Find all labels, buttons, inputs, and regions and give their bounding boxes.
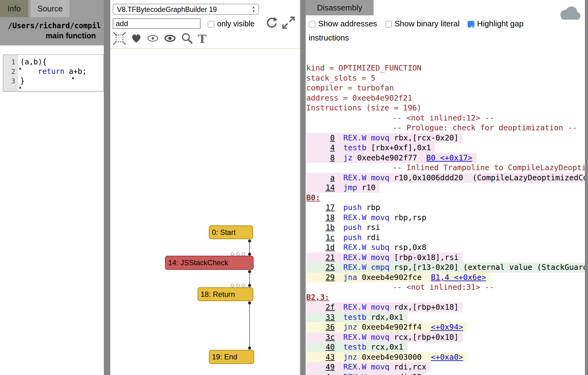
instruction-mnemonic: REX.W movq — [343, 253, 394, 262]
instruction-operands: r10,0x1006ddd20 (CompileLazyDeoptimizedC… — [394, 173, 585, 182]
jump-target-link[interactable]: <+0x94> — [431, 323, 463, 331]
instruction-offset-link[interactable]: 43 — [306, 352, 335, 362]
show-addresses-checkbox[interactable] — [309, 21, 315, 28]
zoom-selection-icon[interactable] — [181, 32, 194, 46]
instruction-mnemonic: jnz — [343, 353, 362, 362]
tab-source[interactable]: Source — [31, 0, 70, 17]
graph-node-return[interactable]: 18: Return — [198, 287, 253, 301]
instruction-operands: 0xeeb4e902fce — [362, 273, 422, 282]
expand-graph-icon[interactable] — [281, 15, 296, 32]
jump-target-link[interactable]: B0 <+0x17> — [426, 153, 473, 162]
source-line[interactable]: return a+b;▲ — [20, 67, 104, 76]
only-visible-option[interactable]: only visible — [208, 19, 254, 28]
instruction-mnemonic: REX.W movq — [343, 362, 394, 371]
graph-node-jsstackcheck[interactable]: 14: JSStackCheck — [165, 256, 254, 270]
metadata-text: kind = OPTIMIZED_FUNCTION — [306, 63, 421, 72]
source-segment: } — [20, 77, 24, 85]
instruction-offset-link[interactable]: 4c — [306, 372, 335, 375]
source-code-view: 123 (a,b){▲ return a+b;▲}▲ — [3, 55, 104, 91]
highlight-gap-instructions-checkbox[interactable] — [468, 21, 474, 28]
instruction-offset-link[interactable]: 40 — [306, 342, 335, 352]
block-label-link[interactable]: B0: — [306, 193, 320, 202]
instruction-operands: r10 — [362, 183, 375, 192]
instruction-offset-link[interactable]: 21 — [306, 253, 335, 263]
tab-disassembly[interactable]: Disassembly — [306, 0, 374, 15]
instruction-offset-link[interactable]: 3c — [306, 332, 335, 342]
disasm-line-instr: 25REX.W cmpq rsp,[r13-0x20] (external va… — [306, 262, 585, 273]
instruction-offset-link[interactable]: 14 — [306, 183, 335, 193]
instruction-operands: rsp,[r13-0x20] (external value (StackGua… — [394, 263, 585, 272]
phase-select[interactable]: V8.TFBytecodeGraphBuilder 19 ▲▼ — [113, 4, 259, 15]
instruction-offset-link[interactable]: 1c — [306, 233, 335, 243]
block-label-link[interactable]: B2,3: — [306, 293, 329, 302]
instruction-offset-link[interactable]: 25 — [306, 262, 335, 273]
disasm-line-meta: compiler = turbofan — [306, 83, 585, 93]
instruction-operands: rdi — [366, 233, 380, 242]
layout-graph-icon[interactable] — [113, 32, 126, 46]
comment-text: -- <not inlined:12> -- — [393, 113, 494, 122]
node-search-input[interactable] — [113, 18, 201, 29]
disasm-line-instr: 1cpush rdi — [306, 233, 585, 243]
hide-unselected-eye-icon[interactable] — [146, 32, 159, 46]
show-all-heart-icon[interactable] — [130, 33, 142, 45]
instruction-mnemonic: push — [343, 223, 366, 232]
line-number: 2 — [3, 67, 17, 76]
instruction-mnemonic: jmp — [343, 183, 362, 192]
graph-node-end[interactable]: 19: End — [209, 350, 254, 364]
tab-info[interactable]: Info — [0, 0, 28, 17]
instruction-offset-link[interactable]: 0 — [306, 133, 335, 143]
instruction-offset-link[interactable]: 49 — [306, 362, 335, 372]
phase-select-value: V8.TFBytecodeGraphBuilder 19 — [117, 6, 217, 13]
hide-selected-eye-icon[interactable] — [164, 32, 176, 46]
jump-target-link[interactable]: B1,4 <+0x6e> — [431, 273, 486, 282]
disasm-line-instr: 36jnz 0xeeb4e902ff4<+0x94> — [306, 322, 585, 332]
disassembly-options: Show addressesShow binary literalHighlig… — [309, 17, 560, 45]
disassembly-content: kind = OPTIMIZED_FUNCTIONstack_slots = 5… — [306, 63, 585, 375]
disasm-line-meta: stack_slots = 5 — [306, 73, 585, 83]
instruction-highlight: 2fREX.W movq rdx,[rbp+0x18] — [306, 302, 463, 312]
instruction-offset-link[interactable]: 36 — [306, 322, 335, 332]
instruction-offset-link[interactable]: 33 — [306, 312, 335, 323]
instruction-highlight: 40testb rcx,0x1 — [306, 342, 408, 352]
instruction-highlight: 36jnz 0xeeb4e902ff4<+0x94> — [306, 322, 467, 332]
graph-toolbar: V8.TFBytecodeGraphBuilder 19 ▲▼ only vis… — [110, 0, 300, 49]
instruction-offset-link[interactable]: 17 — [306, 203, 335, 213]
instruction-offset-link[interactable]: 18 — [306, 213, 335, 223]
instruction-offset-link[interactable]: 1b — [306, 223, 335, 233]
jump-target-link[interactable]: <+0xa0> — [431, 353, 463, 362]
instruction-offset-link[interactable]: 29 — [306, 273, 335, 283]
metadata-text: compiler = turbofan — [306, 83, 394, 92]
instruction-offset-link[interactable]: a — [306, 173, 335, 183]
instruction-highlight: 49REX.W movq rdi,rcx — [306, 362, 431, 372]
source-info-header: /Users/richard/compil main function — [0, 17, 104, 45]
instruction-offset-link[interactable]: 8 — [306, 153, 335, 163]
disasm-line-instr: 49REX.W movq rdi,rcx — [306, 362, 585, 372]
instruction-mnemonic: REX.W movq — [343, 333, 394, 342]
instruction-operands: 0xeeb4e903000 — [362, 353, 422, 362]
show-binary-literal-label: Show binary literal — [394, 19, 459, 28]
disasm-line-instr: 18REX.W movq rbp,rsp — [306, 213, 585, 223]
relayout-refresh-icon[interactable] — [265, 16, 279, 31]
instruction-operands: rcx,0x1 — [371, 342, 403, 351]
source-segment: a+b; — [65, 67, 87, 76]
disasm-line-label: B2,3: — [306, 293, 585, 303]
source-segment: return — [38, 67, 65, 76]
instruction-offset-link[interactable]: 4 — [306, 143, 335, 153]
expand-marker-icon[interactable]: ▲ — [19, 85, 21, 89]
disasm-line-instr: 33testb rdx,0x1 — [306, 312, 585, 323]
graph-icons-row: T — [113, 32, 206, 46]
instruction-operands: rbx,[rcx-0x20] — [394, 133, 459, 142]
show-addresses-label: Show addresses — [318, 19, 377, 28]
instruction-mnemonic: REX.W cmpq — [343, 263, 394, 272]
source-line[interactable]: }▲ — [20, 76, 104, 86]
disassembly-pane: Disassembly Show addressesShow binary li… — [306, 0, 585, 375]
instruction-offset-link[interactable]: 2f — [306, 302, 335, 312]
only-visible-checkbox[interactable] — [208, 21, 214, 28]
graph-node-start[interactable]: 0: Start — [209, 225, 253, 239]
source-line[interactable]: (a,b){▲ — [20, 57, 104, 67]
instruction-offset-link[interactable]: 1d — [306, 243, 335, 253]
show-binary-literal-checkbox[interactable] — [385, 21, 392, 28]
disasm-line-instr: 1bpush rsi — [306, 223, 585, 233]
line-number: 1 — [3, 57, 17, 67]
toggle-types-icon[interactable]: T — [198, 33, 206, 45]
